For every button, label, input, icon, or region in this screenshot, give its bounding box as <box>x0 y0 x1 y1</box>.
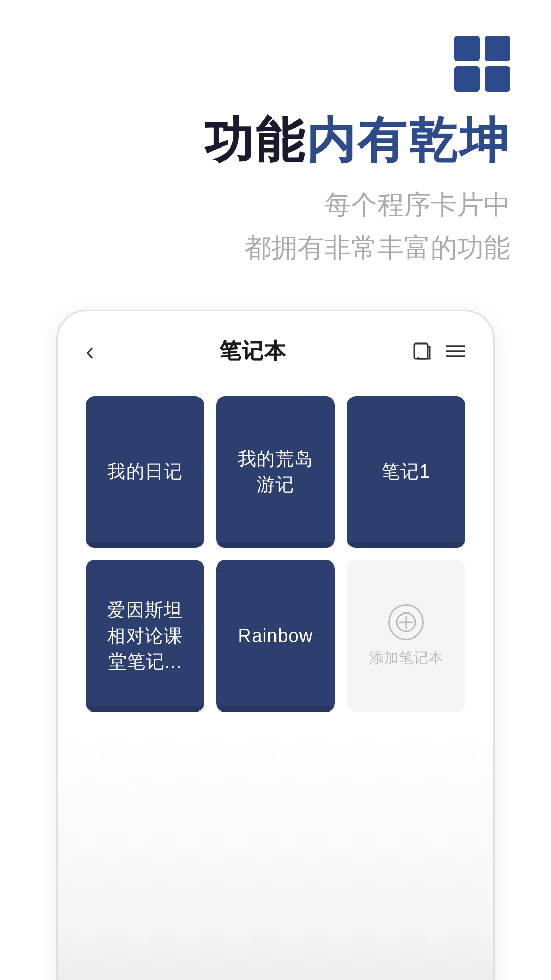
notebook-label-einstein: 爱因斯坦相对论课堂笔记... <box>97 597 193 674</box>
bottom-fade <box>58 727 493 980</box>
notebook-card-einstein[interactable]: 爱因斯坦相对论课堂笔记... <box>86 560 204 712</box>
notebook-label-diary: 我的日记 <box>97 459 193 484</box>
grid-cell-3 <box>454 66 480 92</box>
title-black: 功能 <box>204 113 306 167</box>
grid-cell-1 <box>454 36 480 61</box>
main-title: 功能内有乾坤 <box>41 112 510 168</box>
notebook-card-island[interactable]: 我的荒岛游记 <box>216 396 335 548</box>
add-notebook-button[interactable]: 添加笔记本 <box>347 560 465 712</box>
notebook-label-island: 我的荒岛游记 <box>228 446 323 498</box>
notebook-card-diary[interactable]: 我的日记 <box>86 396 204 548</box>
notebook-label-note1: 笔记1 <box>371 459 440 484</box>
add-icon <box>388 604 424 640</box>
title-area: 功能内有乾坤 每个程序卡片中 都拥有非常丰富的功能 <box>0 92 551 269</box>
svg-rect-0 <box>414 344 428 359</box>
menu-icon[interactable] <box>446 344 465 358</box>
app-header: ‹ 笔记本 <box>58 311 493 381</box>
export-icon[interactable] <box>412 341 432 361</box>
page: 功能内有乾坤 每个程序卡片中 都拥有非常丰富的功能 ‹ 笔记本 <box>0 0 551 980</box>
subtitle: 每个程序卡片中 都拥有非常丰富的功能 <box>41 184 510 268</box>
subtitle-line2: 都拥有非常丰富的功能 <box>41 227 510 269</box>
phone-frame: ‹ 笔记本 <box>56 310 495 980</box>
notebook-card-rainbow[interactable]: Rainbow <box>216 560 335 712</box>
notebook-grid: 我的日记 我的荒岛游记 笔记1 爱因斯坦相对论课堂笔记... Rainbow <box>58 381 493 727</box>
grid-cell-2 <box>485 36 510 61</box>
back-button[interactable]: ‹ <box>86 337 94 365</box>
notebook-label-rainbow: Rainbow <box>228 623 323 649</box>
grid-cell-4 <box>485 66 510 92</box>
top-icon-area <box>0 0 551 92</box>
phone-mockup-wrapper: ‹ 笔记本 <box>0 310 551 980</box>
subtitle-line1: 每个程序卡片中 <box>41 184 510 226</box>
add-label: 添加笔记本 <box>369 648 443 668</box>
notebook-card-note1[interactable]: 笔记1 <box>347 396 465 548</box>
header-icons <box>412 341 465 361</box>
grid-icon <box>454 36 510 92</box>
app-title: 笔记本 <box>219 337 287 365</box>
title-blue: 内有乾坤 <box>306 113 510 167</box>
